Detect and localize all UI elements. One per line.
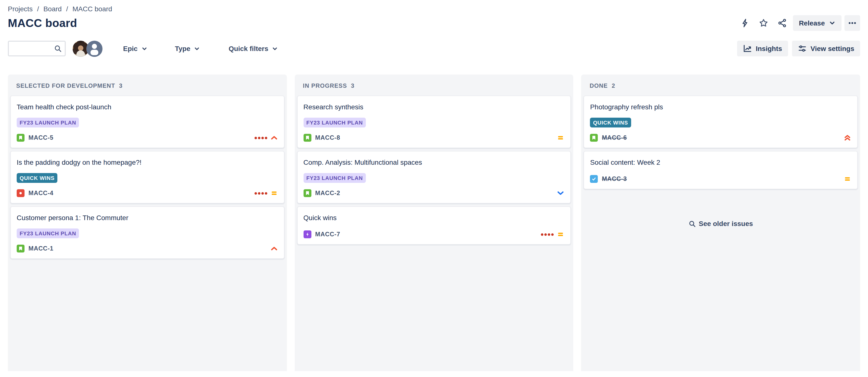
- bug-icon: [17, 189, 25, 197]
- issue-key: MACC-3: [602, 176, 627, 182]
- avatar-group: [72, 40, 102, 57]
- epic-filter-label: Epic: [123, 44, 137, 53]
- card-title: Comp. Analysis: Multifunctional spaces: [303, 157, 564, 167]
- avatar[interactable]: [86, 40, 102, 57]
- story-icon: [17, 134, 25, 142]
- page-title: MACC board: [8, 17, 77, 30]
- priority-low-icon: [557, 189, 565, 197]
- issue-card[interactable]: Is the padding dodgy on the homepage?! Q…: [10, 151, 284, 203]
- card-title: Social content: Week 2: [590, 157, 851, 167]
- column-count: 3: [119, 82, 123, 89]
- issue-key: MACC-4: [28, 190, 54, 197]
- view-settings-button[interactable]: View settings: [792, 41, 860, 56]
- card-title: Customer persona 1: The Commuter: [17, 213, 278, 223]
- ellipsis-icon: [848, 19, 857, 27]
- type-filter-dropdown[interactable]: Type: [172, 44, 203, 53]
- column-count: 2: [612, 82, 615, 89]
- automation-button[interactable]: [737, 15, 753, 31]
- priority-highest-icon: [843, 134, 851, 142]
- issue-card[interactable]: Social content: Week 2 MACC-3: [584, 151, 858, 189]
- page-header: Projects / Board / MACC board MACC board: [0, 0, 868, 31]
- epic-badge[interactable]: FY23 LAUNCH PLAN: [17, 228, 79, 238]
- card-title: Research synthesis: [303, 102, 564, 112]
- days-in-column-dots: [254, 192, 267, 194]
- epic-badge[interactable]: QUICK WINS: [17, 173, 57, 183]
- days-in-column-dots: [541, 233, 554, 235]
- search-box[interactable]: [8, 41, 66, 56]
- sliders-icon: [798, 44, 807, 53]
- jira-board-page: Projects / Board / MACC board MACC board: [0, 0, 868, 377]
- quick-filters-label: Quick filters: [228, 44, 268, 53]
- insights-button[interactable]: Insights: [737, 41, 788, 56]
- story-icon: [590, 134, 598, 142]
- priority-medium-icon: [270, 189, 278, 197]
- task-icon: [590, 175, 598, 183]
- issue-card[interactable]: Research synthesis FY23 LAUNCH PLAN MACC…: [297, 96, 571, 148]
- insights-label: Insights: [756, 44, 782, 53]
- star-icon: [758, 18, 769, 28]
- issue-key: MACC-6: [602, 134, 627, 141]
- breadcrumb: Projects / Board / MACC board: [8, 5, 860, 13]
- issue-card[interactable]: Comp. Analysis: Multifunctional spaces F…: [297, 151, 571, 203]
- column-in-progress: In Progress 3 Research synthesis FY23 LA…: [294, 74, 573, 371]
- issue-key: MACC-1: [28, 245, 54, 252]
- issue-key: MACC-7: [315, 231, 340, 238]
- issue-key: MACC-8: [315, 134, 340, 141]
- share-button[interactable]: [774, 15, 790, 31]
- release-button[interactable]: Release: [793, 15, 841, 31]
- issue-key: MACC-2: [315, 190, 340, 197]
- view-settings-label: View settings: [811, 44, 854, 53]
- epic-badge[interactable]: FY23 LAUNCH PLAN: [303, 118, 366, 127]
- issue-card[interactable]: Photography refresh pls QUICK WINS MACC-…: [584, 96, 858, 148]
- column-title: Done: [590, 82, 608, 89]
- breadcrumb-macc-board[interactable]: MACC board: [72, 5, 112, 13]
- breadcrumb-board[interactable]: Board: [43, 5, 62, 13]
- card-title: Team health check post-launch: [17, 102, 278, 112]
- epic-badge[interactable]: FY23 LAUNCH PLAN: [303, 173, 366, 183]
- see-older-issues-link[interactable]: See older issues: [584, 220, 858, 227]
- share-icon: [777, 18, 787, 28]
- chevron-down-icon: [194, 45, 200, 52]
- kanban-board: Selected for Development 3 Team health c…: [0, 74, 868, 371]
- priority-medium-icon: [557, 134, 565, 142]
- card-title: Quick wins: [303, 213, 564, 223]
- column-count: 3: [351, 82, 354, 89]
- type-filter-label: Type: [175, 44, 190, 53]
- story-icon: [303, 134, 311, 142]
- board-toolbar: Epic Type Quick filters Insights: [0, 41, 868, 56]
- priority-high-icon: [270, 134, 278, 142]
- priority-medium-icon: [843, 175, 851, 183]
- quick-filters-dropdown[interactable]: Quick filters: [225, 44, 281, 53]
- story-icon: [17, 245, 25, 252]
- card-title: Is the padding dodgy on the homepage?!: [17, 157, 278, 167]
- issue-card[interactable]: Customer persona 1: The Commuter FY23 LA…: [10, 207, 284, 259]
- story-icon: [303, 189, 311, 197]
- issue-card[interactable]: Quick wins MACC-7: [297, 207, 571, 245]
- see-older-issues-label: See older issues: [699, 220, 753, 227]
- column-title: Selected for Development: [16, 82, 115, 89]
- chevron-down-icon: [272, 45, 278, 52]
- breadcrumb-projects[interactable]: Projects: [8, 5, 33, 13]
- breadcrumb-separator: /: [37, 5, 39, 13]
- person-icon: [86, 40, 102, 57]
- column-done: Done 2 Photography refresh pls QUICK WIN…: [581, 74, 860, 371]
- search-icon: [688, 220, 696, 227]
- issue-key: MACC-5: [28, 134, 54, 141]
- column-selected-for-development: Selected for Development 3 Team health c…: [8, 74, 287, 371]
- more-actions-button[interactable]: [844, 15, 860, 31]
- epic-badge[interactable]: QUICK WINS: [590, 118, 631, 127]
- column-title: In Progress: [303, 82, 347, 89]
- chevron-down-icon: [829, 20, 836, 27]
- chevron-down-icon: [141, 45, 147, 52]
- epic-badge[interactable]: FY23 LAUNCH PLAN: [17, 118, 79, 127]
- issue-card[interactable]: Team health check post-launch FY23 LAUNC…: [10, 96, 284, 148]
- release-button-label: Release: [799, 19, 825, 27]
- card-title: Photography refresh pls: [590, 102, 851, 112]
- lightning-icon: [740, 18, 750, 28]
- breadcrumb-separator: /: [66, 5, 68, 13]
- insights-chart-icon: [743, 44, 752, 53]
- priority-high-icon: [270, 245, 278, 252]
- epic-filter-dropdown[interactable]: Epic: [120, 44, 150, 53]
- search-input[interactable]: [13, 44, 54, 53]
- favorite-star-button[interactable]: [756, 15, 771, 31]
